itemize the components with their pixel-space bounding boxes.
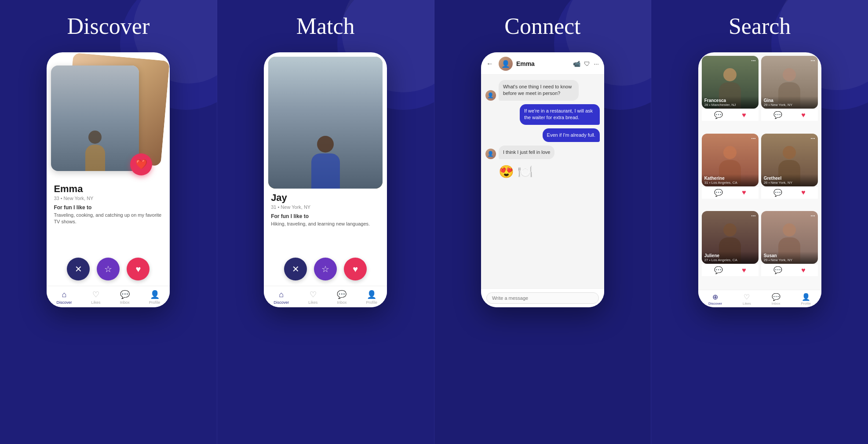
message-input[interactable] bbox=[486, 292, 599, 304]
match-superlike-button[interactable]: ☆ bbox=[314, 258, 337, 280]
search-section: Search ··· Francesca bbox=[651, 0, 868, 444]
superlike-button[interactable]: ☆ bbox=[97, 258, 120, 280]
connect-phone: ← 👤 Emma 📹 🛡 ··· 👤 What's one thing I ne… bbox=[481, 52, 604, 307]
juliene-chat-icon[interactable]: 💬 bbox=[714, 266, 723, 274]
search-nav-likes[interactable]: ♡ Likes bbox=[743, 293, 751, 306]
match-profile-info: Jay 31 • New York, NY For fun I like to … bbox=[264, 189, 387, 253]
match-nav-inbox[interactable]: 💬 Inbox bbox=[337, 290, 346, 305]
francesca-chat-icon[interactable]: 💬 bbox=[714, 111, 723, 119]
msg-row-4: 👤 I think I just fell in love bbox=[485, 146, 600, 159]
gretheel-chat-icon[interactable]: 💬 bbox=[773, 189, 782, 197]
search-chat-icon: 💬 bbox=[772, 293, 780, 301]
juliene-menu[interactable]: ··· bbox=[751, 213, 756, 219]
match-heart-icon: ♡ bbox=[310, 290, 317, 299]
discover-action-buttons: ✕ ☆ ♥ bbox=[47, 253, 170, 286]
francesca-loc: 28 • Manchester, NJ bbox=[704, 103, 756, 107]
match-action-buttons: ✕ ☆ ♥ bbox=[264, 253, 387, 286]
francesca-card[interactable]: ··· Francesca 28 • Manchester, NJ bbox=[702, 56, 759, 109]
search-profiles-grid: ··· Francesca 28 • Manchester, NJ 💬 ♥ bbox=[698, 52, 821, 290]
francesca-name: Francesca bbox=[704, 98, 756, 103]
juliene-loc: 27 • Los Angeles, CA bbox=[704, 258, 756, 262]
gina-menu[interactable]: ··· bbox=[811, 58, 815, 64]
chat-header: ← 👤 Emma 📹 🛡 ··· bbox=[481, 52, 604, 75]
match-bio-title: For fun I like to bbox=[271, 213, 380, 219]
katherine-menu[interactable]: ··· bbox=[751, 135, 756, 142]
francesca-menu[interactable]: ··· bbox=[751, 58, 756, 64]
katherine-loc: 31 • Los Angeles, CA bbox=[704, 181, 756, 185]
card-front-image bbox=[51, 66, 139, 171]
katherine-card[interactable]: ··· Katherine 31 • Los Angeles, CA bbox=[702, 134, 759, 186]
susan-menu[interactable]: ··· bbox=[811, 213, 815, 219]
nav-inbox[interactable]: 💬 Inbox bbox=[120, 290, 130, 305]
search-nav-profile[interactable]: 👤 Profile bbox=[801, 293, 811, 306]
match-like-button[interactable]: ♥ bbox=[344, 258, 367, 280]
search-profile-icon: 👤 bbox=[802, 293, 810, 301]
chat-avatar: 👤 bbox=[499, 57, 513, 71]
nav-profile-label: Profile bbox=[149, 300, 160, 305]
discover-profile-location: 33 • New York, NY bbox=[54, 196, 163, 201]
nav-likes[interactable]: ♡ Likes bbox=[91, 290, 101, 305]
search-title: Search bbox=[729, 13, 791, 39]
gretheel-loc: 26 • New York, NY bbox=[764, 181, 815, 185]
back-arrow-icon[interactable]: ← bbox=[486, 60, 493, 68]
gina-chat-icon[interactable]: 💬 bbox=[773, 111, 782, 119]
nav-discover[interactable]: ⌂ Discover bbox=[56, 290, 72, 305]
katherine-actions: 💬 ♥ bbox=[702, 186, 759, 199]
search-nav-discover[interactable]: ⊕ Discover bbox=[708, 293, 722, 306]
match-nav-discover[interactable]: ⌂ Discover bbox=[274, 290, 289, 305]
gretheel-actions: 💬 ♥ bbox=[761, 186, 818, 199]
gina-overlay: Gina 29 • New York, NY bbox=[761, 96, 818, 109]
juliene-card[interactable]: ··· Juliene 27 • Los Angeles, CA bbox=[702, 211, 759, 264]
francesca-heart-icon[interactable]: ♥ bbox=[742, 111, 746, 119]
nav-inbox-label: Inbox bbox=[120, 300, 130, 305]
juliene-overlay: Juliene 27 • Los Angeles, CA bbox=[702, 251, 759, 264]
shield-icon[interactable]: 🛡 bbox=[584, 60, 590, 67]
match-section: Match Jay 31 • New York, NY For fun I li… bbox=[217, 0, 434, 444]
video-icon[interactable]: 📹 bbox=[573, 60, 580, 67]
search-card-susan: ··· Susan 29 • New York, NY 💬 ♥ bbox=[761, 211, 818, 286]
more-icon[interactable]: ··· bbox=[594, 60, 599, 67]
dislike-button[interactable]: ✕ bbox=[67, 258, 90, 280]
susan-name: Susan bbox=[764, 253, 815, 258]
gretheel-card[interactable]: ··· Gretheel 26 • New York, NY bbox=[761, 134, 818, 186]
connect-title: Connect bbox=[504, 13, 580, 39]
katherine-chat-icon[interactable]: 💬 bbox=[714, 189, 723, 197]
gina-heart-icon[interactable]: ♥ bbox=[801, 111, 806, 119]
gretheel-heart-icon[interactable]: ♥ bbox=[801, 189, 806, 197]
search-home-icon: ⊕ bbox=[712, 293, 718, 301]
msg-bubble-1: What's one thing I need to know before w… bbox=[499, 80, 579, 101]
discover-title: Discover bbox=[67, 13, 150, 39]
search-card-gretheel: ··· Gretheel 26 • New York, NY 💬 ♥ bbox=[761, 134, 818, 209]
katherine-heart-icon[interactable]: ♥ bbox=[742, 189, 746, 197]
match-dislike-button[interactable]: ✕ bbox=[284, 258, 307, 280]
like-button[interactable]: ♥ bbox=[127, 258, 150, 280]
gina-loc: 29 • New York, NY bbox=[764, 103, 815, 107]
chat-input-bar bbox=[481, 288, 604, 307]
card-front[interactable] bbox=[51, 66, 139, 171]
match-nav-likes[interactable]: ♡ Likes bbox=[308, 290, 317, 305]
discover-bottom-nav: ⌂ Discover ♡ Likes 💬 Inbox 👤 Profile bbox=[47, 286, 170, 307]
match-card[interactable] bbox=[268, 57, 383, 189]
gina-name: Gina bbox=[764, 98, 815, 103]
discover-profile-info: Emma 33 • New York, NY For fun I like to… bbox=[47, 180, 170, 253]
juliene-heart-icon[interactable]: ♥ bbox=[742, 266, 746, 274]
msg-row-3: Even if I'm already full. bbox=[485, 128, 600, 142]
search-nav-inbox[interactable]: 💬 Inbox bbox=[772, 293, 780, 306]
gina-card[interactable]: ··· Gina 29 • New York, NY bbox=[761, 56, 818, 109]
susan-chat-icon[interactable]: 💬 bbox=[773, 266, 782, 274]
search-phone: ··· Francesca 28 • Manchester, NJ 💬 ♥ bbox=[698, 52, 821, 307]
msg-row-1: 👤 What's one thing I need to know before… bbox=[485, 80, 600, 101]
heart-eyes-emoji: 😍 bbox=[499, 164, 514, 179]
main-container: Discover bbox=[0, 0, 868, 444]
match-bottom-nav: ⌂ Discover ♡ Likes 💬 Inbox 👤 Profile bbox=[264, 286, 387, 307]
nav-profile[interactable]: 👤 Profile bbox=[149, 290, 160, 305]
msg-row-2: If we're in a restaurant, I will ask the… bbox=[485, 104, 600, 125]
nav-discover-label: Discover bbox=[56, 300, 72, 305]
gretheel-menu[interactable]: ··· bbox=[811, 135, 815, 142]
home-icon: ⌂ bbox=[62, 290, 66, 299]
susan-card[interactable]: ··· Susan 29 • New York, NY bbox=[761, 211, 818, 264]
match-nav-profile[interactable]: 👤 Profile bbox=[366, 290, 378, 305]
match-title: Match bbox=[296, 13, 355, 39]
susan-heart-icon[interactable]: ♥ bbox=[801, 266, 806, 274]
search-card-francesca: ··· Francesca 28 • Manchester, NJ 💬 ♥ bbox=[702, 56, 759, 131]
